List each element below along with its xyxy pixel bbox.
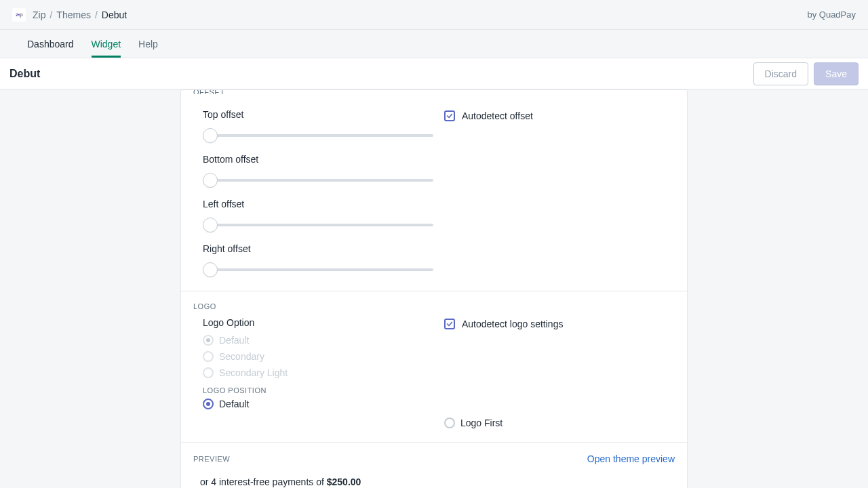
logo-position-heading: LOGO POSITION xyxy=(203,386,433,394)
right-offset-slider[interactable] xyxy=(203,262,433,277)
radio-icon xyxy=(444,418,455,428)
logo-option-default-label: Default xyxy=(219,335,249,346)
preview-price-line: or 4 interest-free payments of $250.00 xyxy=(200,476,675,487)
preview-prefix: or 4 interest-free payments of xyxy=(200,476,327,487)
logo-position-logo-first-label: Logo First xyxy=(460,418,502,428)
bottom-offset-label: Bottom offset xyxy=(203,154,433,165)
offset-section: OFFSET Top offset Bottom offset xyxy=(181,90,687,291)
right-offset-label: Right offset xyxy=(203,243,433,254)
logo-position-logo-first[interactable]: Logo First xyxy=(444,418,675,428)
breadcrumb-sep: / xyxy=(50,9,52,20)
tab-bar: Dashboard Widget Help xyxy=(0,30,868,58)
action-bar: Discard Save xyxy=(753,62,859,85)
save-button[interactable]: Save xyxy=(814,62,859,85)
logo-position-default-label: Default xyxy=(219,399,249,409)
preview-section: PREVIEW Open theme preview or 4 interest… xyxy=(181,443,687,488)
logo-option-label: Logo Option xyxy=(203,317,433,328)
breadcrumb-app[interactable]: Zip xyxy=(33,9,45,20)
radio-icon xyxy=(203,367,214,378)
radio-icon xyxy=(203,351,214,362)
autodetect-offset-checkbox[interactable]: Autodetect offset xyxy=(444,110,675,121)
logo-option-default[interactable]: Default xyxy=(203,335,433,346)
section-title-preview: PREVIEW xyxy=(193,455,230,463)
autodetect-logo-label: Autodetect logo settings xyxy=(462,319,563,329)
settings-card: OFFSET Top offset Bottom offset xyxy=(180,89,688,488)
logo-option-secondary-light-label: Secondary Light xyxy=(219,367,288,378)
autodetect-offset-label: Autodetect offset xyxy=(462,110,533,121)
tab-help[interactable]: Help xyxy=(138,30,158,58)
radio-icon xyxy=(203,335,214,346)
byline: by QuadPay xyxy=(807,9,856,20)
subheader: Debut Discard Save xyxy=(0,58,868,89)
autodetect-logo-checkbox[interactable]: Autodetect logo settings xyxy=(444,319,675,329)
breadcrumb: z▪p Zip / Themes / Debut xyxy=(12,8,127,22)
content-scroll: OFFSET Top offset Bottom offset xyxy=(0,89,868,488)
logo-option-secondary-label: Secondary xyxy=(219,351,264,362)
breadcrumb-sep: / xyxy=(95,9,98,20)
open-theme-preview-link[interactable]: Open theme preview xyxy=(587,453,675,464)
breadcrumb-themes[interactable]: Themes xyxy=(56,9,91,20)
discard-button[interactable]: Discard xyxy=(753,62,808,85)
breadcrumb-current: Debut xyxy=(102,9,127,20)
section-title-logo: LOGO xyxy=(193,302,675,310)
logo-section: LOGO Logo Option Default Secondary Secon… xyxy=(181,291,687,443)
page-title: Debut xyxy=(9,68,40,80)
tab-widget[interactable]: Widget xyxy=(92,30,121,58)
radio-icon xyxy=(203,399,214,409)
top-offset-slider[interactable] xyxy=(203,128,433,143)
logo-option-secondary-light[interactable]: Secondary Light xyxy=(203,367,433,378)
left-offset-label: Left offset xyxy=(203,199,433,209)
checkbox-icon xyxy=(444,110,455,121)
logo-option-secondary[interactable]: Secondary xyxy=(203,351,433,362)
checkbox-icon xyxy=(444,319,455,329)
bottom-offset-slider[interactable] xyxy=(203,173,433,188)
tab-dashboard[interactable]: Dashboard xyxy=(27,30,74,58)
topbar: z▪p Zip / Themes / Debut by QuadPay xyxy=(0,0,868,30)
preview-amount: $250.00 xyxy=(327,476,361,487)
section-title-offset: OFFSET xyxy=(193,90,675,94)
top-offset-label: Top offset xyxy=(203,109,433,120)
app-logo: z▪p xyxy=(12,8,26,22)
left-offset-slider[interactable] xyxy=(203,218,433,232)
logo-position-default[interactable]: Default xyxy=(203,399,433,409)
